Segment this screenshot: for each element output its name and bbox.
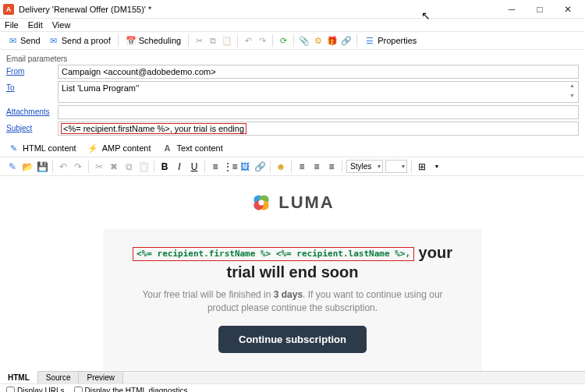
bottom-tab-preview[interactable]: Preview: [79, 372, 123, 383]
logo-mark-icon: [250, 192, 272, 214]
align-center-icon[interactable]: ≡: [310, 161, 323, 173]
menu-edit[interactable]: Edit: [28, 20, 43, 30]
cta-button[interactable]: Continue subscription: [218, 326, 367, 353]
separator: [270, 161, 271, 173]
italic-icon[interactable]: I: [173, 161, 186, 173]
align-right-icon[interactable]: ≡: [325, 161, 338, 173]
open-icon[interactable]: 📂: [21, 161, 34, 173]
from-input[interactable]: Campaign <account@adobedemo.com>: [58, 65, 579, 79]
styles-dropdown[interactable]: Styles: [346, 160, 383, 173]
subtext: Your free trial will be finished in 3 da…: [126, 288, 459, 315]
send-proof-label: Send a proof: [62, 36, 111, 45]
list-bullet-icon[interactable]: ⋮≡: [224, 161, 236, 173]
text-icon: A: [161, 143, 172, 154]
separator: [88, 161, 89, 173]
display-urls-check[interactable]: Display URLs: [6, 387, 65, 392]
send-label: Send: [20, 36, 41, 45]
separator: [342, 161, 342, 173]
copy2-icon[interactable]: ⧉: [122, 161, 135, 173]
link-icon[interactable]: 🔗: [341, 35, 352, 46]
redo-icon[interactable]: ↷: [257, 35, 268, 46]
scroll-down-icon[interactable]: ▼: [567, 93, 577, 101]
to-label[interactable]: To: [6, 81, 58, 92]
list-ordered-icon[interactable]: ≡: [209, 161, 222, 173]
scheduling-button[interactable]: 📅 Scheduling: [123, 34, 183, 47]
attachments-label[interactable]: Attachments: [6, 105, 58, 116]
delete-icon[interactable]: ✖: [108, 161, 120, 173]
display-diag-checkbox[interactable]: [74, 387, 83, 392]
separator: [356, 34, 357, 47]
tab-text-content[interactable]: A Text content: [161, 143, 222, 154]
copy-icon[interactable]: ⧉: [207, 35, 218, 46]
star-icon[interactable]: ⚙: [313, 35, 324, 46]
emoji-icon[interactable]: ☻: [275, 161, 287, 173]
send-button[interactable]: ✉ Send: [5, 34, 43, 47]
window-title: Delivery 'Renewal Offer (DM155)' *: [19, 5, 498, 14]
close-button[interactable]: ✕: [554, 0, 582, 19]
separator: [154, 161, 154, 173]
separator: [411, 161, 412, 173]
chevron-down-icon[interactable]: ▾: [431, 161, 443, 173]
link2-icon[interactable]: 🔗: [254, 161, 266, 173]
refresh-icon[interactable]: ⟳: [278, 35, 289, 46]
email-params-label: Email parameters: [0, 50, 585, 65]
to-value: List 'Luma Program'': [62, 83, 139, 93]
app-icon: A: [3, 4, 14, 15]
tab-text-label: Text content: [176, 143, 222, 153]
maximize-button[interactable]: □: [526, 0, 554, 19]
headline: <%= recipient.firstName %> <%= recipient…: [126, 243, 459, 282]
amp-icon: ⚡: [87, 143, 98, 154]
separator: [237, 34, 238, 47]
separator: [52, 161, 53, 173]
display-urls-label: Display URLs: [17, 387, 65, 392]
calendar-icon: 📅: [126, 35, 136, 46]
send-icon: ✉: [7, 35, 18, 46]
separator: [204, 161, 205, 173]
display-diag-check[interactable]: Display the HTML diagnostics: [74, 387, 188, 392]
scheduling-label: Scheduling: [139, 36, 181, 45]
send-proof-button[interactable]: ✉ Send a proof: [46, 34, 113, 47]
scroll-up-icon[interactable]: ▲: [567, 83, 577, 91]
to-input[interactable]: List 'Luma Program'' ▲ ▼: [58, 81, 579, 103]
paste2-icon[interactable]: 📋: [137, 161, 150, 173]
tab-amp-label: AMP content: [102, 143, 151, 153]
minimize-button[interactable]: ─: [498, 0, 526, 19]
bottom-tab-html[interactable]: HTML: [0, 371, 38, 383]
display-diag-label: Display the HTML diagnostics: [85, 387, 188, 392]
menu-view[interactable]: View: [52, 20, 71, 30]
save-icon[interactable]: 💾: [36, 161, 48, 173]
undo2-icon[interactable]: ↶: [57, 161, 69, 173]
menu-file[interactable]: File: [5, 20, 19, 30]
bold-icon[interactable]: B: [158, 161, 171, 173]
properties-label: Properties: [378, 36, 417, 45]
sub-bold: 3 days: [274, 289, 303, 300]
redo2-icon[interactable]: ↷: [72, 161, 84, 173]
new-icon[interactable]: ✎: [6, 161, 19, 173]
attachments-input[interactable]: [58, 105, 579, 119]
tab-html-content[interactable]: ✎ HTML content: [8, 143, 76, 154]
paste-icon[interactable]: 📋: [222, 35, 232, 46]
separator: [272, 34, 273, 47]
align-left-icon[interactable]: ≡: [296, 161, 308, 173]
from-label[interactable]: From: [6, 65, 58, 76]
undo-icon[interactable]: ↶: [243, 35, 254, 46]
send-proof-icon: ✉: [48, 35, 59, 46]
html-icon: ✎: [8, 143, 19, 154]
separator: [118, 34, 119, 47]
subject-input[interactable]: <%= recipient.firstName %>, your trial i…: [58, 122, 579, 136]
table-icon[interactable]: ⊞: [416, 161, 428, 173]
more-dropdown[interactable]: [385, 160, 407, 173]
attach-icon[interactable]: 📎: [299, 35, 310, 46]
cut-icon[interactable]: ✂: [193, 35, 204, 46]
image-icon[interactable]: 🖼: [239, 161, 251, 173]
email-canvas[interactable]: LUMA <%= recipient.firstName %> <%= reci…: [0, 176, 585, 371]
bottom-tab-source[interactable]: Source: [38, 372, 80, 383]
underline-icon[interactable]: U: [188, 161, 200, 173]
personalization-token: <%= recipient.firstName %> <%= recipient…: [133, 247, 414, 261]
tab-amp-content[interactable]: ⚡ AMP content: [87, 143, 151, 154]
display-urls-checkbox[interactable]: [6, 387, 15, 392]
subject-label[interactable]: Subject: [6, 122, 58, 132]
cut2-icon[interactable]: ✂: [93, 161, 105, 173]
properties-button[interactable]: ☰ Properties: [362, 34, 419, 47]
gift-icon[interactable]: 🎁: [327, 35, 338, 46]
